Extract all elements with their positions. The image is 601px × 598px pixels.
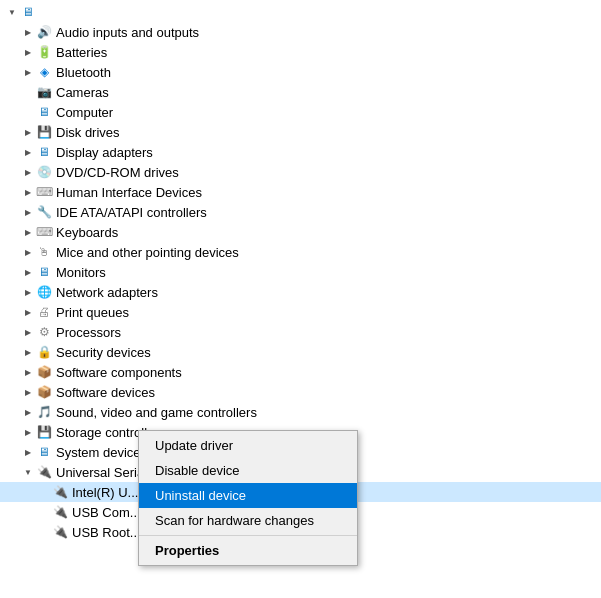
icon-cameras: 📷 [36, 84, 52, 100]
ctx-item-uninstall[interactable]: Uninstall device [139, 483, 357, 508]
tree-item-software_comp[interactable]: 📦Software components [0, 362, 601, 382]
icon-dvd: 💿 [36, 164, 52, 180]
tree-item-print[interactable]: 🖨Print queues [0, 302, 601, 322]
icon-batteries: 🔋 [36, 44, 52, 60]
label-hid: Human Interface Devices [56, 185, 601, 200]
label-network: Network adapters [56, 285, 601, 300]
label-audio: Audio inputs and outputs [56, 25, 601, 40]
root-icon: 🖥 [20, 4, 36, 20]
icon-software_comp: 📦 [36, 364, 52, 380]
label-dvd: DVD/CD-ROM drives [56, 165, 601, 180]
icon-sound: 🎵 [36, 404, 52, 420]
expand-btn-display[interactable] [20, 144, 36, 160]
label-sound: Sound, video and game controllers [56, 405, 601, 420]
expand-btn-sound[interactable] [20, 404, 36, 420]
tree-item-disk[interactable]: 💾Disk drives [0, 122, 601, 142]
expand-btn-system_dev[interactable] [20, 444, 36, 460]
label-security: Security devices [56, 345, 601, 360]
tree-item-keyboards[interactable]: ⌨Keyboards [0, 222, 601, 242]
icon-disk: 💾 [36, 124, 52, 140]
expand-btn-intel_usb [36, 484, 52, 500]
icon-display: 🖥 [36, 144, 52, 160]
expand-btn-network[interactable] [20, 284, 36, 300]
expand-btn-usb_comp [36, 504, 52, 520]
expand-btn-batteries[interactable] [20, 44, 36, 60]
tree-item-audio[interactable]: 🔊Audio inputs and outputs [0, 22, 601, 42]
expand-btn-disk[interactable] [20, 124, 36, 140]
icon-keyboards: ⌨ [36, 224, 52, 240]
icon-network: 🌐 [36, 284, 52, 300]
expand-btn-storage[interactable] [20, 424, 36, 440]
icon-intel_usb: 🔌 [52, 484, 68, 500]
expand-btn-security[interactable] [20, 344, 36, 360]
label-batteries: Batteries [56, 45, 601, 60]
label-print: Print queues [56, 305, 601, 320]
icon-bluetooth: ◈ [36, 64, 52, 80]
expand-btn-dvd[interactable] [20, 164, 36, 180]
expand-btn-monitors[interactable] [20, 264, 36, 280]
tree-item-network[interactable]: 🌐Network adapters [0, 282, 601, 302]
icon-software_dev: 📦 [36, 384, 52, 400]
ctx-item-update[interactable]: Update driver [139, 433, 357, 458]
icon-system_dev: 🖥 [36, 444, 52, 460]
tree-item-monitors[interactable]: 🖥Monitors [0, 262, 601, 282]
tree-item-cameras[interactable]: 📷Cameras [0, 82, 601, 102]
expand-btn-print[interactable] [20, 304, 36, 320]
root-expand-btn[interactable] [4, 4, 20, 20]
ctx-item-disable[interactable]: Disable device [139, 458, 357, 483]
ctx-item-scan[interactable]: Scan for hardware changes [139, 508, 357, 533]
tree-item-dvd[interactable]: 💿DVD/CD-ROM drives [0, 162, 601, 182]
expand-btn-ide[interactable] [20, 204, 36, 220]
label-software_dev: Software devices [56, 385, 601, 400]
expand-btn-computer [20, 104, 36, 120]
expand-btn-usb[interactable] [20, 464, 36, 480]
expand-btn-cameras [20, 84, 36, 100]
tree-item-software_dev[interactable]: 📦Software devices [0, 382, 601, 402]
expand-btn-mice[interactable] [20, 244, 36, 260]
icon-print: 🖨 [36, 304, 52, 320]
tree-item-computer[interactable]: 🖥Computer [0, 102, 601, 122]
label-keyboards: Keyboards [56, 225, 601, 240]
expand-btn-software_comp[interactable] [20, 364, 36, 380]
label-software_comp: Software components [56, 365, 601, 380]
expand-btn-hid[interactable] [20, 184, 36, 200]
icon-mice: 🖱 [36, 244, 52, 260]
icon-monitors: 🖥 [36, 264, 52, 280]
tree-item-sound[interactable]: 🎵Sound, video and game controllers [0, 402, 601, 422]
label-monitors: Monitors [56, 265, 601, 280]
root-item[interactable]: 🖥 [0, 2, 601, 22]
expand-btn-bluetooth[interactable] [20, 64, 36, 80]
label-display: Display adapters [56, 145, 601, 160]
ctx-separator [139, 535, 357, 536]
icon-usb_comp: 🔌 [52, 504, 68, 520]
expand-btn-keyboards[interactable] [20, 224, 36, 240]
icon-security: 🔒 [36, 344, 52, 360]
context-menu: Update driverDisable deviceUninstall dev… [138, 430, 358, 566]
label-cameras: Cameras [56, 85, 601, 100]
expand-btn-processors[interactable] [20, 324, 36, 340]
icon-ide: 🔧 [36, 204, 52, 220]
icon-storage: 💾 [36, 424, 52, 440]
expand-btn-software_dev[interactable] [20, 384, 36, 400]
label-processors: Processors [56, 325, 601, 340]
tree-item-processors[interactable]: ⚙Processors [0, 322, 601, 342]
expand-btn-audio[interactable] [20, 24, 36, 40]
icon-hid: ⌨ [36, 184, 52, 200]
expand-btn-usb_root [36, 524, 52, 540]
tree-item-batteries[interactable]: 🔋Batteries [0, 42, 601, 62]
label-mice: Mice and other pointing devices [56, 245, 601, 260]
icon-audio: 🔊 [36, 24, 52, 40]
label-disk: Disk drives [56, 125, 601, 140]
icon-usb: 🔌 [36, 464, 52, 480]
icon-processors: ⚙ [36, 324, 52, 340]
tree-item-mice[interactable]: 🖱Mice and other pointing devices [0, 242, 601, 262]
label-ide: IDE ATA/ATAPI controllers [56, 205, 601, 220]
ctx-item-properties[interactable]: Properties [139, 538, 357, 563]
icon-usb_root: 🔌 [52, 524, 68, 540]
tree-item-security[interactable]: 🔒Security devices [0, 342, 601, 362]
tree-item-display[interactable]: 🖥Display adapters [0, 142, 601, 162]
tree-item-hid[interactable]: ⌨Human Interface Devices [0, 182, 601, 202]
context-menu-items: Update driverDisable deviceUninstall dev… [139, 433, 357, 563]
tree-item-ide[interactable]: 🔧IDE ATA/ATAPI controllers [0, 202, 601, 222]
tree-item-bluetooth[interactable]: ◈Bluetooth [0, 62, 601, 82]
